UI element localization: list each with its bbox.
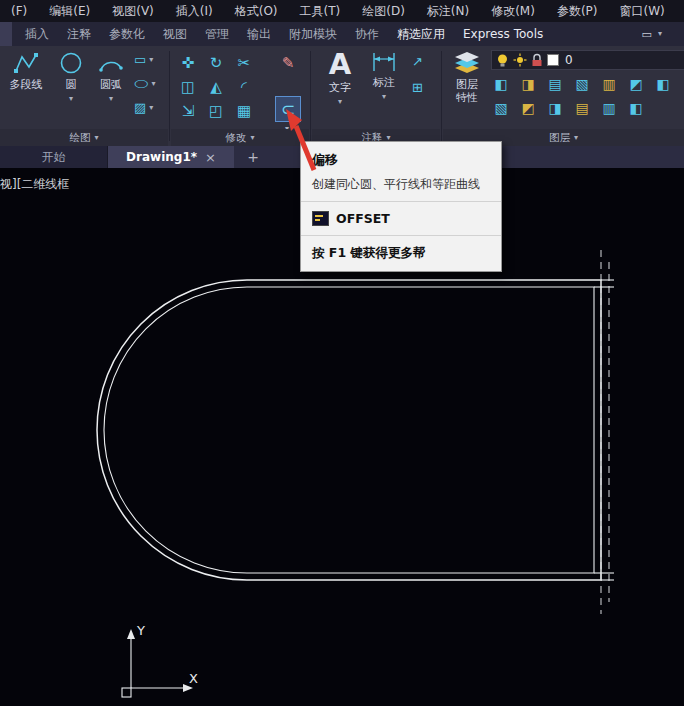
inner-offset-outline (104, 287, 594, 573)
close-icon[interactable]: × (205, 150, 216, 165)
ribbon-tab-featured-apps[interactable]: 精选应用 (388, 22, 454, 46)
menu-item-window[interactable]: 窗口(W) (609, 3, 676, 20)
polyline-label: 多段线 (10, 79, 43, 92)
clipped-default-tab-stub[interactable] (0, 22, 12, 46)
ucs-x-label: X (189, 671, 198, 686)
layer-tool-icon[interactable]: ◧ (491, 74, 511, 94)
mirror-icon[interactable]: ◭ (205, 76, 227, 98)
menu-item-tools[interactable]: 工具(T) (289, 3, 352, 20)
draw-panel-label[interactable]: 绘图 ▾ (0, 129, 168, 146)
chevron-down-icon: ▾ (149, 56, 153, 64)
menu-item-parametric[interactable]: 参数(P) (546, 3, 609, 20)
layer-properties-button[interactable]: 图层特性 (445, 50, 489, 104)
modify-panel-label[interactable]: 修改 ▾ (171, 129, 309, 146)
array-icon[interactable]: ▦ (233, 100, 255, 122)
layer-tool-icon[interactable]: ◧ (626, 98, 646, 118)
layer-panel-label-text: 图层 (549, 131, 570, 145)
start-tab-label: 开始 (42, 149, 66, 166)
modify-panel-label-text: 修改 (225, 131, 246, 145)
dimension-icon (371, 50, 397, 74)
panel-toggle-icon: ▭ (642, 28, 652, 41)
layer-tool-icon[interactable]: ◧ (653, 74, 673, 94)
layer-tool-icon[interactable]: ◩ (518, 98, 538, 118)
ribbon-tab-manage[interactable]: 管理 (196, 22, 238, 46)
dimension-button[interactable]: 标注 ▾ (364, 50, 404, 101)
menu-item-insert[interactable]: 插入(I) (165, 3, 224, 20)
hatch-tool[interactable]: ▨ ▾ (134, 100, 153, 115)
ribbon-display-toggle[interactable]: ▭ ▾ (642, 28, 684, 41)
ribbon-tab-parametric[interactable]: 参数化 (100, 22, 154, 46)
polyline-button[interactable]: 多段线 (2, 50, 50, 92)
ribbon-tab-collaborate[interactable]: 协作 (346, 22, 388, 46)
lock-icon (531, 53, 543, 67)
move-icon[interactable]: ✜ (177, 52, 199, 74)
offset-icon: ⊂ (281, 99, 295, 119)
ribbon-tab-annotate[interactable]: 注释 (58, 22, 100, 46)
ucs-y-label: Y (136, 623, 145, 638)
scale-icon[interactable]: ◰ (205, 100, 227, 122)
hatch-icon: ▨ (134, 100, 146, 115)
layer-tool-icon[interactable]: ▤ (545, 74, 565, 94)
menu-item-view[interactable]: 视图(V) (101, 3, 165, 20)
circle-button[interactable]: 圆 ▾ (52, 50, 90, 103)
new-drawing-button[interactable]: + (243, 146, 263, 168)
text-button[interactable]: A 文字 ▾ (320, 50, 360, 106)
erase-icon[interactable]: ✎ (277, 52, 299, 74)
chevron-down-icon: ▾ (658, 30, 662, 38)
ribbon: 多段线 圆 ▾ 圆弧 ▾ ▭ ▾ ◯ (0, 46, 684, 147)
layer-tool-icon[interactable]: ▧ (572, 74, 592, 94)
layer-tool-icon[interactable]: ◨ (518, 74, 538, 94)
viewport-controls[interactable]: 视][二维线框 (0, 176, 69, 193)
stretch-icon[interactable]: ⇲ (177, 100, 199, 122)
layer-tool-icon[interactable]: ▧ (491, 98, 511, 118)
menu-item-modify[interactable]: 修改(M) (480, 3, 546, 20)
ribbon-tab-output[interactable]: 输出 (238, 22, 280, 46)
file-tab-start[interactable]: 开始 (0, 146, 108, 168)
trim-icon[interactable]: ✂ (233, 52, 255, 74)
tooltip-description: 创建同心圆、平行线和等距曲线 (312, 176, 490, 192)
chevron-down-icon: ▾ (574, 134, 578, 142)
copy-icon[interactable]: ◫ (177, 76, 199, 98)
layer-tool-icon[interactable]: ◨ (545, 98, 565, 118)
rectangle-tool[interactable]: ▭ ▾ (134, 52, 153, 67)
ellipse-icon: ◯ (134, 79, 149, 88)
chevron-down-icon: ▾ (94, 134, 98, 142)
chevron-down-icon: ▾ (338, 98, 342, 106)
arc-button[interactable]: 圆弧 ▾ (92, 50, 130, 103)
leader-tool[interactable]: ↗ (412, 54, 423, 69)
table-tool[interactable]: ⊞ (412, 80, 423, 95)
panel-separator (169, 51, 170, 141)
panel-separator (310, 51, 311, 141)
ribbon-tab-insert[interactable]: 插入 (16, 22, 58, 46)
menu-item-dimension[interactable]: 标注(N) (416, 3, 480, 20)
layer-tool-icon[interactable]: ▥ (599, 74, 619, 94)
rotate-icon[interactable]: ↻ (205, 52, 227, 74)
arc-label: 圆弧 (100, 79, 122, 92)
menu-item-edit[interactable]: 编辑(E) (38, 3, 101, 20)
chevron-down-icon: ▾ (109, 95, 113, 103)
ribbon-tab-view[interactable]: 视图 (154, 22, 196, 46)
fillet-icon[interactable]: ◜ (233, 76, 255, 98)
ucs-icon[interactable]: Y X (122, 623, 198, 697)
bulb-icon (496, 53, 509, 68)
menu-item-draw[interactable]: 绘图(D) (351, 3, 416, 20)
text-icon: A (329, 50, 351, 79)
current-layer-name: 0 (565, 53, 573, 67)
layer-color-swatch (547, 54, 559, 66)
ellipse-tool[interactable]: ◯ ▾ (134, 76, 156, 91)
layer-tool-icon[interactable]: ▤ (572, 98, 592, 118)
offset-button[interactable]: ⊂ (275, 96, 301, 122)
outer-outline (97, 280, 601, 580)
layer-tool-icon[interactable]: ◩ (626, 74, 646, 94)
text-label: 文字 (329, 82, 351, 95)
layer-tool-icon[interactable]: ▥ (599, 98, 619, 118)
file-tab-drawing1[interactable]: Drawing1* × (108, 146, 234, 168)
draw-panel: 多段线 圆 ▾ 圆弧 ▾ ▭ ▾ ◯ (0, 46, 168, 146)
ribbon-tab-express-tools[interactable]: Express Tools (454, 22, 552, 46)
menu-item-format[interactable]: 格式(O) (224, 3, 289, 20)
menu-item-file[interactable]: (F) (0, 4, 38, 18)
rectangle-icon: ▭ (134, 52, 146, 67)
layer-select[interactable]: 0 (491, 50, 684, 70)
ribbon-tab-addins[interactable]: 附加模块 (280, 22, 346, 46)
tooltip-title: 偏移 (312, 151, 490, 169)
